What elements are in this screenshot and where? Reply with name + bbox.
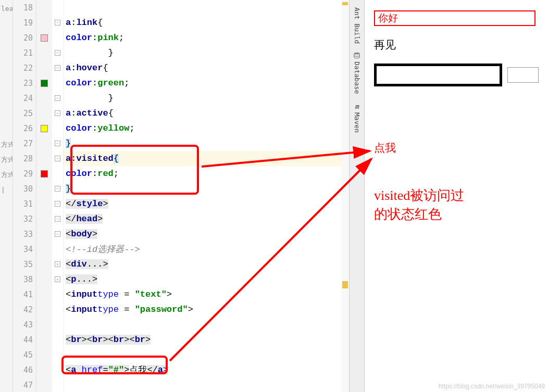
left-fragment-row: 方式 — [0, 166, 13, 181]
color-marker — [36, 377, 52, 392]
code-line[interactable]: color:red; — [64, 166, 349, 181]
code-line[interactable]: } — [64, 91, 349, 106]
fold-toggle[interactable]: − — [52, 15, 63, 30]
code-line[interactable]: <br><br><br><br> — [64, 332, 349, 347]
fold-toggle — [52, 377, 63, 392]
watermark: https://blog.csdn.net/weixin_39795049 — [439, 383, 545, 390]
tab-database[interactable]: Database — [352, 48, 362, 98]
left-fragment-row — [0, 362, 13, 377]
fold-column[interactable]: −−−−−−−−−−−++ — [52, 0, 64, 392]
code-line[interactable] — [64, 347, 349, 362]
code-line[interactable]: } — [64, 45, 349, 60]
line-number: 26 — [13, 121, 36, 136]
code-line[interactable]: } — [64, 136, 349, 151]
color-marker — [36, 91, 52, 106]
code-line[interactable]: a:visited{ — [64, 151, 349, 166]
left-fragment-row — [0, 377, 13, 392]
color-marker — [36, 332, 52, 347]
code-line[interactable]: <input type = "password"> — [64, 302, 349, 317]
browser-preview-pane: 再见 点我 visited被访问过 的状态红色 — [365, 0, 548, 392]
line-number: 34 — [13, 242, 36, 257]
code-line[interactable]: a:hover{ — [64, 60, 349, 75]
fold-toggle — [52, 317, 63, 332]
code-area[interactable]: a:link{ color:pink; } a:hover{ color:gre… — [64, 0, 349, 392]
line-number: 20 — [13, 30, 36, 45]
minimap-scrollbar[interactable] — [341, 0, 349, 392]
code-line[interactable]: } — [64, 181, 349, 196]
code-line[interactable]: color:pink; — [64, 30, 349, 45]
fold-toggle[interactable]: − — [52, 181, 63, 196]
color-marker — [36, 151, 52, 166]
left-fragment-row: leav — [0, 0, 13, 15]
code-line[interactable] — [64, 377, 349, 392]
fold-toggle[interactable]: − — [52, 45, 63, 60]
code-line[interactable]: <input type = "text"> — [64, 287, 349, 302]
color-marker — [36, 362, 52, 377]
color-marker — [36, 302, 52, 317]
code-line[interactable]: <p...> — [64, 272, 349, 287]
line-number: 29 — [13, 166, 36, 181]
fold-toggle[interactable]: − — [52, 226, 63, 242]
left-fragment-row — [0, 317, 13, 332]
left-fragment-row — [0, 15, 13, 30]
line-number: 42 — [13, 302, 36, 317]
fold-toggle — [52, 75, 63, 91]
right-tool-tabs: Ant Build Database m Maven — [349, 0, 365, 392]
code-line[interactable]: </head> — [64, 211, 349, 226]
visited-link-preview[interactable]: 点我 — [374, 141, 396, 155]
line-number-gutter: 1819202122232425262728293031323334353841… — [13, 0, 36, 392]
fold-toggle[interactable]: + — [52, 257, 63, 272]
code-editor-pane: leav方式方式方式| 1819202122232425262728293031… — [0, 0, 349, 392]
fold-toggle — [52, 287, 63, 302]
fold-toggle[interactable]: − — [52, 151, 63, 166]
code-line[interactable] — [64, 317, 349, 332]
left-fragment-row: 方式 — [0, 151, 13, 166]
fold-toggle — [52, 347, 63, 362]
fold-toggle — [52, 362, 63, 377]
tab-ant-build[interactable]: Ant Build — [352, 3, 362, 48]
left-fragment-row — [0, 226, 13, 242]
tab-maven[interactable]: m Maven — [352, 98, 362, 137]
fold-toggle[interactable]: + — [52, 272, 63, 287]
fold-toggle — [52, 30, 63, 45]
code-line[interactable]: color:yellow; — [64, 121, 349, 136]
code-line[interactable]: a:link{ — [64, 15, 349, 30]
code-line[interactable]: a:active{ — [64, 106, 349, 121]
fold-toggle[interactable]: − — [52, 136, 63, 151]
left-fragment-row — [0, 302, 13, 317]
color-marker — [36, 287, 52, 302]
line-number: 18 — [13, 0, 36, 15]
code-line[interactable]: <body> — [64, 226, 349, 242]
code-line[interactable]: <!--id选择器--> — [64, 242, 349, 257]
plain-text-preview: 再见 — [374, 37, 539, 52]
left-fragment-row: | — [0, 181, 13, 196]
code-line[interactable]: </style> — [64, 196, 349, 211]
fold-toggle[interactable]: − — [52, 211, 63, 226]
fold-toggle[interactable]: − — [52, 196, 63, 211]
password-input-preview[interactable] — [374, 64, 502, 86]
line-number: 38 — [13, 272, 36, 287]
code-line[interactable]: <a href="#">点我</a> — [64, 362, 349, 377]
fold-toggle[interactable]: − — [52, 91, 63, 106]
code-line[interactable]: color:green; — [64, 75, 349, 91]
fold-toggle[interactable]: − — [52, 106, 63, 121]
line-number: 44 — [13, 332, 36, 347]
left-fragment-row — [0, 30, 13, 45]
left-fragment-row — [0, 242, 13, 257]
color-marker — [36, 226, 52, 242]
color-marker — [36, 166, 52, 181]
line-number: 47 — [13, 377, 36, 392]
left-fragment-row — [0, 211, 13, 226]
line-number: 31 — [13, 196, 36, 211]
code-line[interactable]: <div...> — [64, 257, 349, 272]
left-fragment-row — [0, 257, 13, 272]
fold-toggle — [52, 0, 63, 15]
line-number: 23 — [13, 75, 36, 91]
left-fragment-row — [0, 121, 13, 136]
code-line[interactable] — [64, 0, 349, 15]
line-number: 43 — [13, 317, 36, 332]
left-fragment-row — [0, 196, 13, 211]
extra-input-preview[interactable] — [507, 67, 539, 83]
fold-toggle[interactable]: − — [52, 60, 63, 75]
text-input-preview[interactable] — [374, 10, 535, 26]
